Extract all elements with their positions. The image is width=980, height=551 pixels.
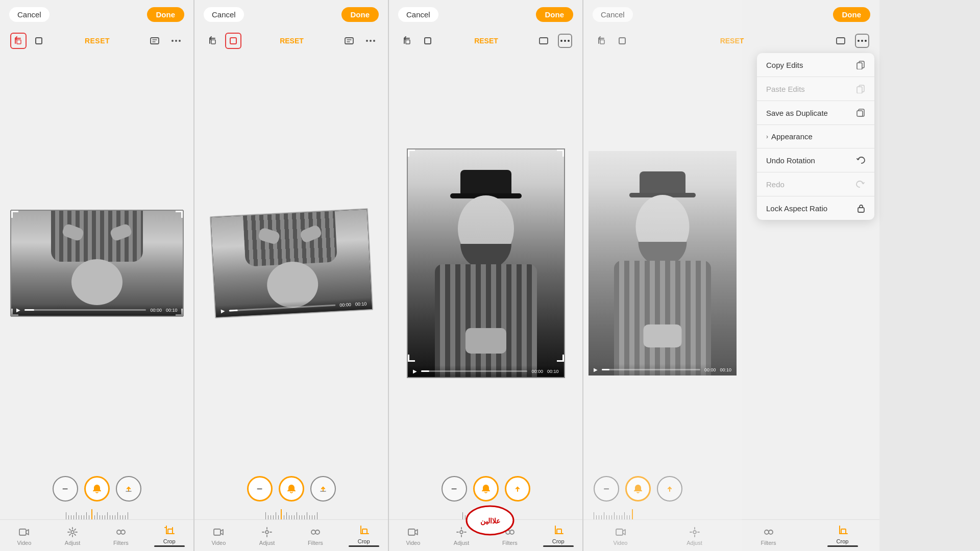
- tab-video-label-1: Video: [17, 540, 31, 546]
- panel-3: Cancel Done RESET: [389, 0, 583, 551]
- crop-rotate-icon-3[interactable]: [399, 33, 415, 49]
- square-icon-1[interactable]: [31, 33, 47, 49]
- svg-point-5: [179, 40, 181, 42]
- tab-video-4[interactable]: Video: [605, 527, 636, 546]
- video-area-2: ▶ 00:00 00:10: [194, 53, 388, 473]
- reset-button-4[interactable]: RESET: [720, 37, 744, 45]
- tab-filters-1[interactable]: Filters: [106, 527, 136, 546]
- crop-rotate-icon-4[interactable]: [594, 33, 610, 49]
- dropdown-paste-edits[interactable]: Paste Edits: [757, 77, 874, 101]
- more-icon-2[interactable]: [363, 34, 378, 48]
- bell-button-4[interactable]: [625, 476, 651, 502]
- square-icon-3[interactable]: [420, 33, 436, 49]
- square-icon-2[interactable]: [225, 33, 241, 49]
- lock-icon: [857, 204, 865, 213]
- scrubber-area-1: −: [0, 473, 193, 504]
- svg-point-40: [693, 531, 696, 534]
- tab-adjust-4[interactable]: Adjust: [679, 527, 710, 546]
- done-button-4[interactable]: Done: [833, 7, 871, 22]
- dropdown-save-as-duplicate[interactable]: Save as Duplicate: [757, 101, 874, 125]
- tab-video-1[interactable]: Video: [9, 527, 39, 546]
- reset-button-1[interactable]: RESET: [85, 37, 110, 45]
- time-end-1: 00:10: [166, 308, 178, 313]
- tab-crop-underline-4: [827, 545, 858, 547]
- more-icon-3[interactable]: [558, 34, 572, 48]
- play-button-1[interactable]: ▶: [16, 307, 20, 313]
- minus-button-2[interactable]: −: [247, 476, 273, 502]
- time-start-4: 00:00: [704, 367, 716, 372]
- aspect-icon-1[interactable]: [148, 34, 162, 48]
- svg-rect-6: [19, 529, 26, 535]
- done-button-1[interactable]: Done: [147, 7, 185, 22]
- done-button-2[interactable]: Done: [341, 7, 379, 22]
- aspect-icon-2[interactable]: [342, 34, 356, 48]
- time-start-1: 00:00: [150, 308, 162, 313]
- tab-crop-underline-1: [154, 545, 185, 547]
- svg-point-26: [564, 40, 566, 42]
- play-button-4[interactable]: ▶: [594, 367, 598, 372]
- cancel-button-3[interactable]: Cancel: [398, 7, 438, 22]
- share-button-4[interactable]: [657, 476, 682, 502]
- time-end-3: 00:10: [547, 369, 559, 374]
- copy-icon: [856, 60, 865, 69]
- tab-video-label-3: Video: [406, 540, 420, 546]
- cancel-button-1[interactable]: Cancel: [9, 7, 50, 22]
- tab-video-3[interactable]: Video: [398, 527, 428, 546]
- tab-crop-3[interactable]: Crop: [543, 525, 574, 547]
- tab-filters-4[interactable]: Filters: [753, 527, 784, 546]
- more-icon-4[interactable]: [855, 34, 869, 48]
- bell-button-3[interactable]: [473, 476, 499, 502]
- crop-rotate-icon-1[interactable]: [10, 33, 27, 49]
- cancel-button-4[interactable]: Cancel: [593, 7, 633, 22]
- minus-button-1[interactable]: −: [53, 476, 78, 502]
- tab-crop-label-1: Crop: [163, 538, 176, 544]
- aspect-icon-4[interactable]: [834, 34, 848, 48]
- bell-button-2[interactable]: [279, 476, 304, 502]
- svg-rect-43: [841, 529, 846, 534]
- tab-crop-label-2: Crop: [358, 538, 370, 544]
- icon-row-1: RESET: [0, 29, 193, 53]
- dropdown-redo[interactable]: Redo: [757, 172, 874, 196]
- svg-point-29: [460, 531, 463, 534]
- dropdown-copy-edits[interactable]: Copy Edits: [757, 53, 874, 77]
- panel-2: Cancel Done RESET: [194, 0, 388, 551]
- reset-button-3[interactable]: RESET: [474, 37, 498, 45]
- tick-area-1: [0, 504, 193, 519]
- reset-button-2[interactable]: RESET: [280, 37, 304, 45]
- dropdown-undo-rotation[interactable]: Undo Rotation: [757, 148, 874, 172]
- time-start-3: 00:00: [531, 369, 543, 374]
- bell-button-1[interactable]: [84, 476, 110, 502]
- aspect-icon-3[interactable]: [536, 34, 551, 48]
- tab-crop-2[interactable]: Crop: [349, 525, 379, 547]
- square-icon-4[interactable]: [614, 33, 630, 49]
- svg-point-8: [117, 530, 121, 534]
- share-button-2[interactable]: [310, 476, 336, 502]
- more-icon-1[interactable]: [169, 34, 183, 48]
- tab-adjust-2[interactable]: Adjust: [252, 527, 282, 546]
- svg-rect-23: [425, 38, 431, 44]
- share-button-3[interactable]: [505, 476, 530, 502]
- tab-crop-1[interactable]: Crop: [154, 525, 185, 547]
- tab-adjust-1[interactable]: Adjust: [57, 527, 88, 546]
- watermark: علاالین: [464, 505, 516, 536]
- crop-rotate-icon-2[interactable]: [205, 33, 221, 49]
- dropdown-lock-aspect-ratio[interactable]: Lock Aspect Ratio: [757, 196, 874, 220]
- scrubber-area-3: −: [389, 473, 582, 504]
- dropdown-appearance[interactable]: › Appearance: [757, 125, 874, 148]
- tab-filters-label-4: Filters: [761, 540, 776, 546]
- play-button-3[interactable]: ▶: [413, 368, 417, 374]
- share-button-1[interactable]: [116, 476, 141, 502]
- filters-tab-icon-1: [115, 527, 127, 538]
- play-button-2[interactable]: ▶: [220, 308, 225, 314]
- tab-crop-4[interactable]: Crop: [827, 525, 858, 547]
- tab-crop-label-3: Crop: [552, 538, 565, 544]
- tab-filters-2[interactable]: Filters: [300, 527, 331, 546]
- minus-button-3[interactable]: −: [442, 476, 467, 502]
- tab-adjust-label-2: Adjust: [259, 540, 275, 546]
- tab-video-2[interactable]: Video: [203, 527, 234, 546]
- svg-rect-1: [36, 38, 42, 44]
- minus-button-4[interactable]: −: [594, 476, 619, 502]
- svg-point-41: [765, 530, 769, 534]
- cancel-button-2[interactable]: Cancel: [204, 7, 244, 22]
- done-button-3[interactable]: Done: [536, 7, 574, 22]
